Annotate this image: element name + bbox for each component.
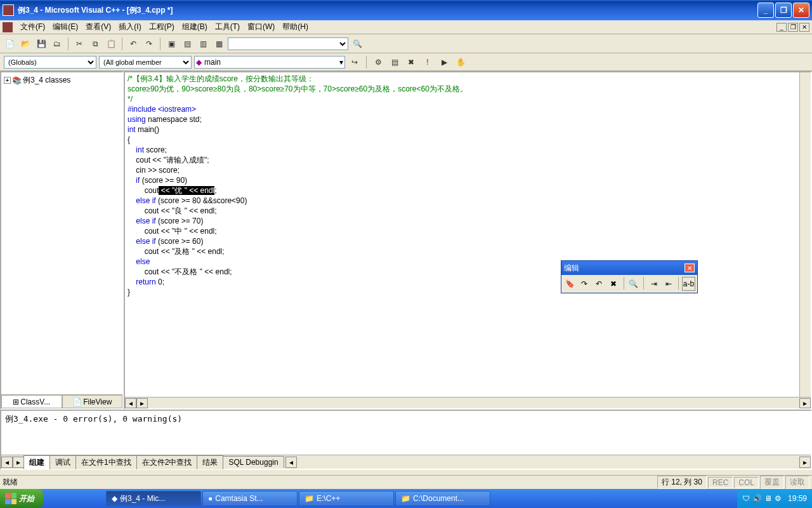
outdent-icon[interactable]: ⇤: [662, 277, 675, 291]
class-tree[interactable]: + 📚 例3_4 classes: [1, 72, 122, 394]
status-col: COL: [734, 477, 759, 488]
system-tray[interactable]: 🛡 🔊 🖥 ⚙ 19:59: [737, 489, 812, 508]
minimize-button[interactable]: _: [757, 3, 774, 18]
outtab-sql[interactable]: SQL Debuggin: [223, 456, 284, 468]
function-combo[interactable]: ◆ main ▾: [194, 56, 345, 69]
open-icon[interactable]: 📂: [18, 37, 32, 51]
hscroll-right-icon[interactable]: ▸: [136, 398, 148, 408]
window-list-icon[interactable]: ▥: [196, 37, 210, 51]
output-text[interactable]: 例3_4.exe - 0 error(s), 0 warning(s): [1, 411, 811, 455]
task-folder2[interactable]: 📁C:\Document...: [395, 491, 490, 506]
outtab-results[interactable]: 结果: [197, 455, 223, 469]
outscroll-right[interactable]: ▸: [799, 457, 811, 468]
outtab-debug[interactable]: 调试: [49, 455, 76, 469]
status-ovr: 覆盖: [760, 476, 784, 489]
output-tabs: ◂ ▸ 组建 调试 在文件1中查找 在文件2中查找 结果 SQL Debuggi…: [1, 455, 811, 469]
bookmark-clear-icon[interactable]: ✖: [607, 277, 620, 291]
find-toolbar-icon[interactable]: 🔍: [627, 277, 641, 291]
float-edit-toolbar[interactable]: 编辑 ✕ 🔖 ↷ ↶ ✖ 🔍 ⇥ ⇤ a-b: [561, 260, 698, 293]
tab-classview[interactable]: ⊞ClassV...: [1, 395, 62, 408]
copy-icon[interactable]: ⧉: [88, 37, 102, 51]
cut-icon[interactable]: ✂: [72, 37, 86, 51]
outtab-scroll-left[interactable]: ◂: [1, 457, 13, 468]
editor-vscroll[interactable]: [799, 72, 811, 397]
find-icon[interactable]: 🔍: [350, 37, 364, 51]
status-bar: 就绪 行 12, 列 30 REC COL 覆盖 读取: [0, 475, 812, 489]
code-editor[interactable]: /*【例3.4】输入学生的成绩score，按分数输出其等级： score≥90为…: [125, 72, 799, 397]
outtab-build[interactable]: 组建: [23, 455, 50, 469]
mdi-restore-button[interactable]: ❐: [788, 23, 798, 32]
menu-window[interactable]: 窗口(W): [244, 20, 278, 34]
workspace-panel: + 📚 例3_4 classes ⊞ClassV... 📄FileView: [0, 71, 124, 410]
undo-icon[interactable]: ↶: [126, 37, 140, 51]
task-vc[interactable]: ◆例3_4 - Mic...: [106, 491, 201, 506]
ql-icon-2[interactable]: [61, 491, 74, 505]
workspace-icon[interactable]: ▣: [164, 37, 178, 51]
hscroll-end-icon[interactable]: ▸: [799, 398, 811, 408]
clock[interactable]: 19:59: [788, 494, 807, 503]
menu-tools[interactable]: 工具(T): [211, 20, 244, 34]
go-debug-icon[interactable]: ▶: [437, 55, 451, 69]
menu-edit[interactable]: 编辑(E): [49, 20, 82, 34]
tray-icon-2[interactable]: 🔊: [752, 494, 762, 503]
editor-hscroll[interactable]: ◂ ▸ ▸: [125, 397, 811, 408]
float-close-button[interactable]: ✕: [684, 264, 695, 272]
stop-build-icon[interactable]: ✖: [404, 55, 418, 69]
status-position: 行 12, 列 30: [657, 476, 707, 489]
menu-project[interactable]: 工程(P): [145, 20, 178, 34]
replace-icon[interactable]: a-b: [682, 277, 695, 291]
mdi-minimize-button[interactable]: _: [776, 23, 787, 32]
menu-file[interactable]: 文件(F): [16, 20, 49, 34]
find-combo[interactable]: [228, 37, 348, 50]
output-icon[interactable]: ▤: [180, 37, 194, 51]
hscroll-left-icon[interactable]: ◂: [125, 398, 136, 408]
menu-help[interactable]: 帮助(H): [278, 20, 312, 34]
bookmark-toggle-icon[interactable]: 🔖: [563, 277, 577, 291]
menu-insert[interactable]: 插入(I): [115, 20, 145, 34]
scope-combo[interactable]: (Globals): [4, 56, 96, 69]
go-icon[interactable]: ↪: [348, 55, 362, 69]
bookmark-prev-icon[interactable]: ↶: [593, 277, 606, 291]
tray-icon-3[interactable]: 🖥: [764, 494, 772, 503]
start-button[interactable]: 开始: [0, 489, 43, 508]
ql-icon-1[interactable]: [47, 491, 60, 505]
task-camtasia[interactable]: ●Camtasia St...: [202, 491, 298, 506]
paste-icon[interactable]: 📋: [104, 37, 118, 51]
tray-icon-4[interactable]: ⚙: [775, 494, 782, 503]
redo-icon[interactable]: ↷: [142, 37, 156, 51]
menu-build[interactable]: 组建(B): [178, 20, 211, 34]
ql-icon-3[interactable]: [75, 491, 88, 505]
save-all-icon[interactable]: 🗂: [50, 37, 64, 51]
status-read: 读取: [785, 476, 809, 489]
function-name: main: [204, 58, 221, 67]
ql-icon-4[interactable]: [89, 491, 102, 505]
quick-launch: [43, 491, 105, 505]
maximize-button[interactable]: ❐: [775, 3, 792, 18]
members-combo[interactable]: (All global member: [99, 56, 192, 69]
outtab-find2[interactable]: 在文件2中查找: [136, 455, 198, 469]
close-button[interactable]: ✕: [793, 3, 809, 18]
new-file-icon[interactable]: 📄: [3, 37, 16, 51]
indent-icon[interactable]: ⇥: [647, 277, 660, 291]
task-folder1[interactable]: 📁E:\C++: [299, 491, 394, 506]
menu-view[interactable]: 查看(V): [82, 20, 115, 34]
execute-icon[interactable]: !: [421, 55, 435, 69]
tree-root-node[interactable]: + 📚 例3_4 classes: [4, 75, 120, 86]
tray-icon-1[interactable]: 🛡: [742, 494, 750, 503]
breakpoint-icon[interactable]: ✋: [454, 55, 468, 69]
save-icon[interactable]: 💾: [34, 37, 48, 51]
mdi-icon: [3, 22, 13, 32]
outtab-scroll-right[interactable]: ▸: [13, 457, 24, 468]
workspace-tabs: ⊞ClassV... 📄FileView: [1, 394, 122, 408]
fullscreen-icon[interactable]: ▦: [212, 37, 226, 51]
app-icon: [3, 4, 14, 16]
expand-icon[interactable]: +: [4, 77, 11, 84]
tab-fileview[interactable]: 📄FileView: [62, 395, 123, 408]
outscroll-left[interactable]: ◂: [285, 457, 297, 468]
compile-icon[interactable]: ⚙: [371, 55, 385, 69]
bookmark-next-icon[interactable]: ↷: [578, 277, 591, 291]
mdi-close-button[interactable]: ✕: [799, 23, 809, 32]
outtab-find1[interactable]: 在文件1中查找: [75, 455, 137, 469]
float-titlebar[interactable]: 编辑 ✕: [561, 261, 697, 275]
build-icon[interactable]: ▤: [388, 55, 402, 69]
